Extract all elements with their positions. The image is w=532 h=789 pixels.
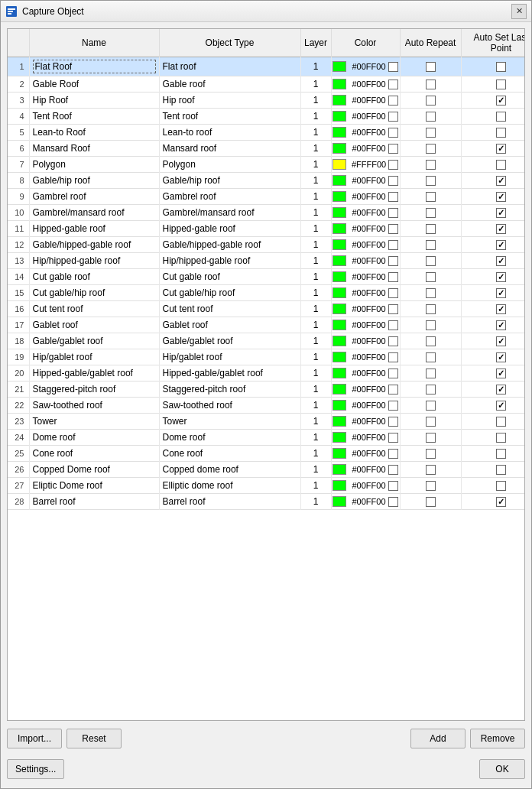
row-color[interactable]: #00FF00 bbox=[331, 93, 400, 109]
row-auto-set-last-point[interactable] bbox=[461, 189, 525, 205]
row-auto-set-last-point[interactable] bbox=[461, 317, 525, 333]
table-row[interactable]: 28Barrel roofBarrel roof1#00FF00 bbox=[8, 494, 525, 510]
row-color[interactable]: #00FF00 bbox=[331, 141, 400, 157]
table-row[interactable]: 4Tent RoofTent roof1#00FF00 bbox=[8, 109, 525, 125]
auto-repeat-checkbox[interactable] bbox=[426, 320, 436, 330]
color-checkbox[interactable] bbox=[388, 320, 398, 330]
row-color[interactable]: #00FF00 bbox=[331, 109, 400, 125]
color-checkbox[interactable] bbox=[388, 401, 398, 411]
auto-set-last-point-checkbox[interactable] bbox=[496, 369, 506, 378]
row-auto-repeat[interactable] bbox=[400, 125, 461, 141]
auto-repeat-checkbox[interactable] bbox=[426, 304, 436, 314]
row-auto-set-last-point[interactable] bbox=[461, 301, 525, 317]
table-row[interactable]: 8Gable/hip roofGable/hip roof1#00FF00 bbox=[8, 173, 525, 189]
auto-set-last-point-checkbox[interactable] bbox=[496, 401, 506, 411]
table-row[interactable]: 7PolygonPolygon1#FFFF00 bbox=[8, 157, 525, 173]
auto-repeat-checkbox[interactable] bbox=[426, 176, 436, 186]
color-checkbox[interactable] bbox=[388, 449, 398, 459]
row-color[interactable]: #00FF00 bbox=[331, 237, 400, 253]
color-checkbox[interactable] bbox=[388, 208, 398, 218]
auto-set-last-point-checkbox[interactable] bbox=[496, 256, 506, 266]
table-row[interactable]: 9Gambrel roofGambrel roof1#00FF00 bbox=[8, 189, 525, 205]
table-row[interactable]: 10Gambrel/mansard roofGambrel/mansard ro… bbox=[8, 205, 525, 221]
auto-set-last-point-checkbox[interactable] bbox=[496, 352, 506, 362]
row-auto-set-last-point[interactable] bbox=[461, 349, 525, 365]
row-auto-repeat[interactable] bbox=[400, 141, 461, 157]
auto-repeat-checkbox[interactable] bbox=[426, 96, 436, 106]
row-auto-repeat[interactable] bbox=[400, 189, 461, 205]
row-color[interactable]: #00FF00 bbox=[331, 317, 400, 333]
auto-repeat-checkbox[interactable] bbox=[426, 144, 436, 154]
row-auto-set-last-point[interactable] bbox=[461, 253, 525, 269]
row-auto-set-last-point[interactable] bbox=[461, 173, 525, 189]
color-checkbox[interactable] bbox=[388, 481, 398, 491]
color-checkbox[interactable] bbox=[388, 288, 398, 298]
row-auto-repeat[interactable] bbox=[400, 333, 461, 349]
row-auto-repeat[interactable] bbox=[400, 76, 461, 93]
row-color[interactable]: #00FF00 bbox=[331, 333, 400, 349]
auto-repeat-checkbox[interactable] bbox=[426, 481, 436, 491]
color-checkbox[interactable] bbox=[388, 369, 398, 378]
color-checkbox[interactable] bbox=[388, 385, 398, 394]
table-row[interactable]: 19Hip/gablet roofHip/gablet roof1#00FF00 bbox=[8, 349, 525, 365]
auto-set-last-point-checkbox[interactable] bbox=[496, 240, 506, 250]
table-row[interactable]: 2Gable RoofGable roof1#00FF00 bbox=[8, 76, 525, 93]
auto-set-last-point-checkbox[interactable] bbox=[496, 192, 506, 202]
auto-repeat-checkbox[interactable] bbox=[426, 256, 436, 266]
color-checkbox[interactable] bbox=[388, 256, 398, 266]
row-auto-repeat[interactable] bbox=[400, 430, 461, 446]
row-color[interactable]: #00FF00 bbox=[331, 221, 400, 237]
table-row[interactable]: 15Cut gable/hip roofCut gable/hip roof1#… bbox=[8, 285, 525, 301]
auto-repeat-checkbox[interactable] bbox=[426, 433, 436, 443]
row-color[interactable]: #00FF00 bbox=[331, 446, 400, 462]
auto-repeat-checkbox[interactable] bbox=[426, 369, 436, 378]
row-auto-set-last-point[interactable] bbox=[461, 269, 525, 285]
color-checkbox[interactable] bbox=[388, 497, 398, 507]
row-auto-set-last-point[interactable] bbox=[461, 462, 525, 478]
auto-repeat-checkbox[interactable] bbox=[426, 497, 436, 507]
color-checkbox[interactable] bbox=[388, 128, 398, 138]
auto-set-last-point-checkbox[interactable] bbox=[496, 96, 506, 106]
ok-button[interactable]: OK bbox=[479, 759, 525, 779]
row-auto-repeat[interactable] bbox=[400, 205, 461, 221]
table-row[interactable]: 5Lean-to RoofLean-to roof1#00FF00 bbox=[8, 125, 525, 141]
row-auto-set-last-point[interactable] bbox=[461, 125, 525, 141]
auto-repeat-checkbox[interactable] bbox=[426, 192, 436, 202]
row-color[interactable]: #00FF00 bbox=[331, 349, 400, 365]
reset-button[interactable]: Reset bbox=[66, 729, 122, 748]
row-auto-repeat[interactable] bbox=[400, 93, 461, 109]
row-auto-repeat[interactable] bbox=[400, 414, 461, 430]
row-auto-set-last-point[interactable] bbox=[461, 157, 525, 173]
auto-repeat-checkbox[interactable] bbox=[426, 240, 436, 250]
color-checkbox[interactable] bbox=[388, 224, 398, 234]
table-row[interactable]: 1Flat RoofFlat roof1#00FF00 bbox=[8, 57, 525, 76]
row-color[interactable]: #00FF00 bbox=[331, 189, 400, 205]
color-checkbox[interactable] bbox=[388, 352, 398, 362]
row-auto-set-last-point[interactable] bbox=[461, 382, 525, 398]
table-row[interactable]: 21Staggered-pitch roofStaggered-pitch ro… bbox=[8, 382, 525, 398]
color-checkbox[interactable] bbox=[388, 176, 398, 186]
auto-set-last-point-checkbox[interactable] bbox=[496, 449, 506, 459]
import-button[interactable]: Import... bbox=[7, 729, 62, 748]
row-auto-repeat[interactable] bbox=[400, 365, 461, 382]
table-row[interactable]: 3Hip RoofHip roof1#00FF00 bbox=[8, 93, 525, 109]
row-auto-repeat[interactable] bbox=[400, 398, 461, 414]
color-checkbox[interactable] bbox=[388, 62, 398, 72]
table-row[interactable]: 25Cone roofCone roof1#00FF00 bbox=[8, 446, 525, 462]
auto-set-last-point-checkbox[interactable] bbox=[496, 497, 506, 507]
auto-set-last-point-checkbox[interactable] bbox=[496, 336, 506, 346]
auto-repeat-checkbox[interactable] bbox=[426, 224, 436, 234]
table-row[interactable]: 13Hip/hipped-gable roofHip/hipped-gable … bbox=[8, 253, 525, 269]
row-auto-repeat[interactable] bbox=[400, 157, 461, 173]
settings-button[interactable]: Settings... bbox=[7, 759, 64, 779]
row-auto-repeat[interactable] bbox=[400, 478, 461, 494]
auto-set-last-point-checkbox[interactable] bbox=[496, 144, 506, 154]
auto-set-last-point-checkbox[interactable] bbox=[496, 272, 506, 282]
table-row[interactable]: 27Eliptic Dome roofElliptic dome roof1#0… bbox=[8, 478, 525, 494]
auto-repeat-checkbox[interactable] bbox=[426, 465, 436, 475]
auto-set-last-point-checkbox[interactable] bbox=[496, 112, 506, 122]
auto-repeat-checkbox[interactable] bbox=[426, 208, 436, 218]
close-button[interactable]: ✕ bbox=[511, 4, 527, 19]
color-checkbox[interactable] bbox=[388, 240, 398, 250]
row-color[interactable]: #00FF00 bbox=[331, 253, 400, 269]
